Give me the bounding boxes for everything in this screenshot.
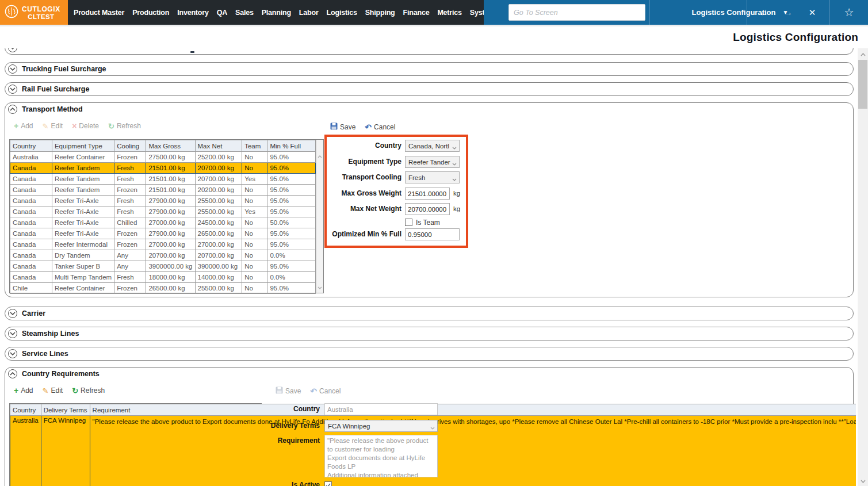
- section-title: Carrier: [22, 309, 45, 317]
- table-row[interactable]: ChileReefer ContainerFrozen26500.00 kg25…: [10, 283, 316, 294]
- table-row[interactable]: CanadaReefer Tri-AxleFresh27900.00 kg255…: [10, 206, 316, 217]
- table-row[interactable]: AustraliaReefer ContainerFrozen27500.00 …: [10, 152, 316, 163]
- transport-cooling-select[interactable]: Fresh: [405, 171, 460, 183]
- menu-item-sales[interactable]: Sales: [235, 9, 254, 17]
- close-screen-button[interactable]: ✕: [800, 0, 824, 25]
- chevron-up-icon[interactable]: [8, 105, 17, 114]
- table-row[interactable]: CanadaDry TandemAny20700.00 kg20700.00 k…: [10, 250, 316, 261]
- edit-button[interactable]: ✎ Edit: [43, 122, 63, 130]
- table-row[interactable]: CanadaTanker Super BAny3900000.00 kg3900…: [10, 261, 316, 272]
- menu-item-metrics[interactable]: Metrics: [437, 9, 461, 17]
- max-gross-weight-input[interactable]: [405, 187, 450, 200]
- col-min-pct-full[interactable]: Min % Full: [267, 140, 316, 152]
- app-logo: CUTLOGIX CLTEST: [0, 0, 68, 25]
- cancel-button[interactable]: ↶ Cancel: [310, 387, 341, 395]
- chevron-down-icon[interactable]: [8, 309, 17, 318]
- chevron-down-icon[interactable]: [8, 349, 17, 358]
- col-equipment-type[interactable]: Equipment Type: [52, 140, 114, 152]
- section-rail-fuel-surcharge[interactable]: Rail Fuel Surcharge: [5, 82, 854, 96]
- equipment-type-select[interactable]: Reefer Tander: [405, 156, 460, 168]
- topbar-blue-zone: Logistics Configuration ▼ ← → ✕ ☆: [484, 0, 868, 25]
- section-clipped-top[interactable]: [5, 48, 854, 55]
- save-button[interactable]: Save: [330, 123, 355, 132]
- kg-unit-label: kg: [453, 187, 460, 200]
- max-net-weight-input[interactable]: [405, 203, 450, 215]
- delete-button[interactable]: × Delete: [72, 122, 99, 130]
- menu-item-inventory[interactable]: Inventory: [177, 9, 208, 17]
- menu-item-logistics[interactable]: Logistics: [327, 9, 357, 17]
- menu-item-shipping[interactable]: Shipping: [365, 9, 395, 17]
- col-team[interactable]: Team: [242, 140, 267, 152]
- table-row-selected[interactable]: CanadaReefer TandemFresh21501.00 kg20700…: [10, 163, 316, 174]
- chevron-down-icon: [430, 424, 435, 431]
- country-req-form-toolbar: Save ↶ Cancel: [276, 386, 341, 396]
- max-gross-weight-label: Max Gross Weight: [309, 187, 402, 200]
- country-select[interactable]: Canada, Nortl: [405, 140, 460, 152]
- refresh-button[interactable]: ↻ Refresh: [72, 386, 105, 395]
- cancel-button[interactable]: ↶ Cancel: [365, 123, 395, 131]
- kg-unit-label: kg: [453, 203, 460, 215]
- menu-item-qa[interactable]: QA: [217, 9, 227, 17]
- delivery-terms-select[interactable]: FCA Winnipeg: [324, 420, 438, 432]
- country-req-grid: Country Delivery Terms Requirement Is Ac…: [9, 403, 262, 486]
- col-country[interactable]: Country: [10, 140, 52, 152]
- menu-item-product-master[interactable]: Product Master: [74, 9, 124, 17]
- menu-item-planning[interactable]: Planning: [262, 9, 291, 17]
- section-title: Transport Method: [22, 105, 83, 113]
- transport-form-toolbar: Save ↶ Cancel: [330, 123, 395, 132]
- chevron-down-icon[interactable]: [8, 64, 17, 74]
- table-row[interactable]: CanadaReefer TandemFresh21501.00 kg20700…: [10, 174, 316, 185]
- optimized-min-pct-full-input[interactable]: [405, 228, 460, 240]
- page-title: Logistics Configuration: [733, 31, 858, 44]
- section-carrier[interactable]: Carrier: [5, 307, 854, 320]
- table-row[interactable]: CanadaReefer Tri-AxleChilled27000.00 kg2…: [10, 217, 316, 228]
- add-button[interactable]: + Add: [14, 386, 33, 395]
- scroll-down-icon[interactable]: [858, 476, 868, 486]
- table-row[interactable]: CanadaReefer Tri-AxleFresh27900.00 kg255…: [10, 196, 316, 206]
- country-label: Country: [228, 403, 320, 415]
- scroll-down-icon[interactable]: [316, 284, 323, 292]
- scroll-up-icon[interactable]: [858, 49, 868, 59]
- country-label: Country: [309, 140, 402, 152]
- back-arrow-button[interactable]: ←: [752, 0, 776, 25]
- menu-item-production[interactable]: Production: [132, 9, 169, 17]
- save-button[interactable]: Save: [276, 386, 301, 396]
- table-row[interactable]: CanadaReefer Tri-AxleFrozen27900.00 kg26…: [10, 228, 316, 239]
- edit-button[interactable]: ✎ Edit: [43, 386, 63, 395]
- favorite-star-icon[interactable]: ☆: [830, 0, 868, 25]
- col-max-gross[interactable]: Max Gross: [146, 140, 195, 152]
- table-row[interactable]: CanadaReefer TandemFrozen21501.00 kg2020…: [10, 185, 316, 196]
- is-active-label: Is Active: [228, 479, 320, 486]
- optimized-min-pct-full-label: Optimized Min % Full: [309, 228, 402, 240]
- refresh-button[interactable]: ↻ Refresh: [108, 122, 141, 130]
- chevron-down-icon[interactable]: [8, 329, 17, 338]
- table-row[interactable]: CanadaMulti Temp TandemFresh18000.00 kg1…: [10, 272, 316, 283]
- chevron-down-icon[interactable]: [8, 85, 17, 94]
- is-active-checkbox[interactable]: [324, 481, 332, 486]
- col-requirement[interactable]: Requirement: [90, 404, 856, 416]
- col-max-net[interactable]: Max Net: [195, 140, 242, 152]
- requirement-textarea[interactable]: "Please release the above product to cus…: [324, 435, 438, 477]
- transport-method-table: Country Equipment Type Cooling Max Gross…: [10, 140, 316, 294]
- section-service-lines[interactable]: Service Lines: [5, 347, 854, 361]
- floppy-disk-icon: [330, 123, 338, 132]
- section-trucking-fuel-surcharge[interactable]: Trucking Fuel Surcharge: [5, 62, 854, 76]
- chevron-up-icon[interactable]: [8, 369, 17, 378]
- country-input[interactable]: [324, 403, 438, 415]
- col-country[interactable]: Country: [10, 404, 41, 416]
- go-to-screen-input[interactable]: [508, 4, 645, 21]
- scrollbar-thumb[interactable]: [858, 60, 867, 109]
- forward-arrow-button[interactable]: →: [776, 0, 800, 25]
- page-vertical-scrollbar[interactable]: [858, 48, 868, 486]
- chevron-down-icon: [8, 48, 17, 52]
- add-button[interactable]: + Add: [14, 122, 33, 130]
- section-title: Steamship Lines: [22, 330, 79, 338]
- content-viewport: Trucking Fuel Surcharge Rail Fuel Surcha…: [0, 48, 856, 486]
- menu-item-labor[interactable]: Labor: [299, 9, 319, 17]
- col-cooling[interactable]: Cooling: [114, 140, 146, 152]
- section-steamship-lines[interactable]: Steamship Lines: [5, 327, 854, 340]
- is-team-checkbox[interactable]: [405, 219, 412, 226]
- table-row[interactable]: CanadaReefer IntermodalFrozen27000.00 kg…: [10, 239, 316, 250]
- menu-item-finance[interactable]: Finance: [403, 9, 430, 17]
- col-delivery-terms[interactable]: Delivery Terms: [41, 404, 90, 416]
